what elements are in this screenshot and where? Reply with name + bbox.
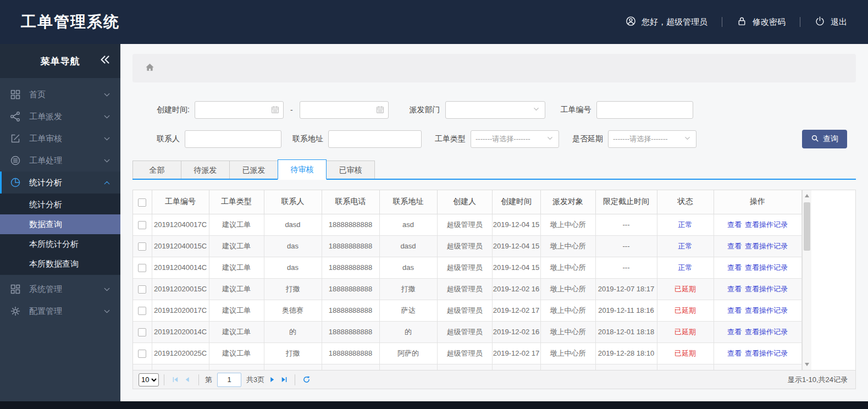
- status-cell: 已延期: [657, 321, 714, 342]
- prev-page-button[interactable]: [181, 374, 193, 386]
- status-cell: 已延期: [657, 278, 714, 300]
- tab[interactable]: 已派发: [229, 161, 278, 179]
- order-type-label: 工单类型: [435, 134, 466, 144]
- deadline-cell: ---: [595, 235, 657, 257]
- tab[interactable]: 全部: [132, 161, 181, 179]
- logout-button[interactable]: 退出: [815, 16, 847, 28]
- row-checkbox-cell: [133, 235, 152, 257]
- view-link[interactable]: 查看: [727, 263, 742, 272]
- view-link[interactable]: 查看: [727, 306, 742, 314]
- dispatch-dept-select[interactable]: [445, 101, 545, 119]
- contact-cell: dasd: [264, 214, 322, 235]
- row-checkbox[interactable]: [138, 350, 146, 358]
- phone-cell: 18888888888: [322, 342, 379, 364]
- scrollbar-thumb[interactable]: [804, 202, 810, 251]
- next-page-button[interactable]: [266, 374, 278, 386]
- sidebar-subitem[interactable]: 本所统计分析: [0, 234, 120, 254]
- contact-label: 联系人: [157, 134, 180, 144]
- tab[interactable]: 待派发: [181, 161, 230, 179]
- last-page-button[interactable]: [278, 374, 290, 386]
- view-log-link[interactable]: 查看操作记录: [745, 242, 788, 250]
- empty-cell: [714, 364, 801, 371]
- page-number-input[interactable]: [217, 373, 241, 387]
- sidebar-item[interactable]: 首页: [0, 84, 120, 106]
- row-checkbox[interactable]: [138, 221, 146, 229]
- order-type-cell: 建议工单: [209, 342, 264, 364]
- create-time-end-input[interactable]: [300, 101, 389, 119]
- row-checkbox[interactable]: [138, 328, 146, 336]
- view-log-link[interactable]: 查看操作记录: [745, 220, 788, 229]
- sidebar-item[interactable]: 工单派发: [0, 106, 120, 128]
- phone-cell: 18888888888: [322, 300, 379, 321]
- table-scrollbar[interactable]: [802, 190, 811, 370]
- order-no-input[interactable]: [596, 101, 693, 119]
- sidebar-item-label: 工单处理: [29, 156, 62, 166]
- first-page-button[interactable]: [169, 374, 181, 386]
- view-link[interactable]: 查看: [727, 349, 742, 357]
- dispatch-target-cell: 墩上中心所: [540, 300, 595, 321]
- row-checkbox[interactable]: [138, 285, 146, 294]
- search-form: 创建时间: - 派发部门 工单编号: [132, 101, 856, 148]
- view-link[interactable]: 查看: [727, 285, 742, 293]
- contact-input[interactable]: [185, 130, 281, 148]
- sidebar-subitem[interactable]: 本所数据查询: [0, 254, 120, 274]
- empty-cell: [595, 364, 657, 371]
- power-icon: [815, 16, 825, 28]
- view-log-link[interactable]: 查看操作记录: [745, 328, 788, 336]
- table-row: 201912040017C建议工单dasd18888888888asd超级管理员…: [133, 214, 801, 235]
- modules-icon: [10, 284, 21, 295]
- lock-icon: [737, 16, 747, 28]
- table-body: 201912040017C建议工单dasd18888888888asd超级管理员…: [133, 214, 801, 371]
- row-checkbox[interactable]: [138, 264, 146, 272]
- delay-select[interactable]: -------请选择-------: [608, 130, 696, 148]
- address-cell: asd: [379, 214, 437, 235]
- delay-label: 是否延期: [572, 134, 603, 144]
- order-no-cell: 201912020014C: [152, 321, 209, 342]
- scroll-up-icon[interactable]: [805, 194, 809, 197]
- status-cell: 已延期: [657, 300, 714, 321]
- view-link[interactable]: 查看: [727, 220, 742, 229]
- table-row: 201912020025C建议工单打撒18888888888阿萨的超级管理员20…: [133, 342, 801, 364]
- collapse-sidebar-icon[interactable]: [99, 54, 110, 68]
- row-checkbox[interactable]: [138, 307, 146, 315]
- view-link[interactable]: 查看: [727, 242, 742, 250]
- select-all-checkbox[interactable]: [138, 198, 146, 207]
- chevron-down-icon: [102, 156, 112, 165]
- empty-cell: [322, 364, 379, 371]
- change-password-button[interactable]: 修改密码: [737, 16, 786, 28]
- column-header: 联系人: [264, 190, 322, 214]
- scroll-down-icon[interactable]: [805, 363, 809, 366]
- view-log-link[interactable]: 查看操作记录: [745, 349, 788, 357]
- create-time-start-input[interactable]: [195, 101, 284, 119]
- sidebar-item[interactable]: 工单处理: [0, 150, 120, 172]
- status-badge: 已延期: [675, 306, 696, 314]
- sidebar-item[interactable]: 系统管理: [0, 278, 120, 300]
- sidebar-item[interactable]: 统计分析: [0, 172, 120, 194]
- order-type-cell: 建议工单: [209, 257, 264, 278]
- sidebar-subitem[interactable]: 统计分析: [0, 195, 120, 214]
- page-size-select[interactable]: 10: [139, 373, 159, 386]
- grid-icon: [10, 89, 21, 100]
- view-log-link[interactable]: 查看操作记录: [745, 306, 788, 314]
- view-log-link[interactable]: 查看操作记录: [745, 285, 788, 293]
- tab[interactable]: 已审核: [326, 161, 375, 179]
- user-greeting[interactable]: 您好，超级管理员: [626, 16, 707, 28]
- home-icon[interactable]: [145, 62, 155, 75]
- status-cell: 正常: [657, 257, 714, 278]
- row-checkbox[interactable]: [138, 242, 146, 251]
- sidebar-item[interactable]: 配置管理: [0, 300, 120, 322]
- sidebar: 菜单导航 首页工单派发工单审核工单处理统计分析统计分析数据查询本所统计分析本所数…: [0, 44, 120, 401]
- column-header: 联系地址: [379, 190, 437, 214]
- chevron-down-icon: [102, 285, 112, 294]
- address-input[interactable]: [328, 130, 422, 148]
- deadline-cell: 2019-12-07 18:17: [595, 278, 657, 300]
- sidebar-subitem[interactable]: 数据查询: [0, 214, 120, 234]
- view-link[interactable]: 查看: [727, 328, 742, 336]
- query-button[interactable]: 查询: [802, 130, 847, 148]
- refresh-icon[interactable]: [300, 374, 312, 386]
- range-separator: -: [290, 106, 293, 114]
- order-type-select[interactable]: -------请选择-------: [471, 130, 559, 148]
- tab[interactable]: 待审核: [278, 159, 327, 180]
- sidebar-item[interactable]: 工单审核: [0, 128, 120, 150]
- view-log-link[interactable]: 查看操作记录: [745, 263, 788, 272]
